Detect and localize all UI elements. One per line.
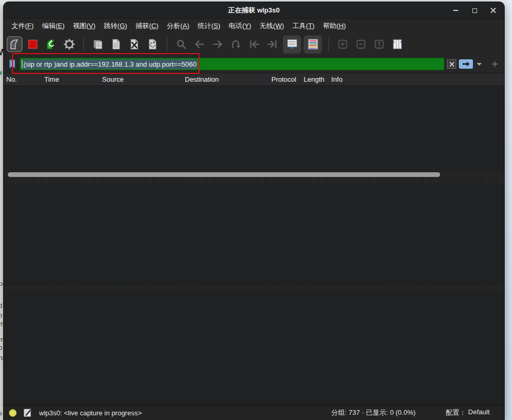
last-packet-icon: [266, 38, 279, 50]
minimize-button[interactable]: [450, 5, 461, 16]
pane-splitter[interactable]: [4, 287, 504, 291]
capture-status-text: wlp3s0: <live capture in progress>: [39, 409, 142, 417]
colorize-icon: [307, 38, 319, 50]
window-title: 正在捕获 wlp3s0: [228, 6, 280, 15]
maximize-button[interactable]: [469, 5, 480, 16]
title-bar[interactable]: 正在捕获 wlp3s0: [4, 2, 504, 19]
menu-go[interactable]: 跳转(G): [100, 20, 131, 32]
zoom-out-button[interactable]: [353, 36, 369, 52]
main-toolbar: [4, 33, 504, 55]
filter-dropdown-button[interactable]: [477, 63, 482, 66]
menu-analyze[interactable]: 分析(A): [163, 20, 193, 32]
menu-bar: 文件(F) 编辑(E) 视图(V) 跳转(G) 捕获(C) 分析(A) 统计(S…: [4, 19, 504, 33]
close-button[interactable]: [488, 5, 499, 16]
packet-list-header: No. Time Source Destination Protocol Len…: [4, 73, 504, 86]
go-to-packet-icon: [230, 38, 242, 50]
filter-text-selected: (sip or rtp )and ip.addr==192.168.1.3 an…: [22, 59, 197, 69]
zoom-out-icon: [355, 39, 367, 50]
menu-capture[interactable]: 捕获(C): [132, 20, 162, 32]
capture-options-button[interactable]: [61, 36, 77, 52]
menu-tools[interactable]: 工具(T): [289, 20, 318, 32]
menu-telephony[interactable]: 电话(Y): [225, 20, 255, 32]
stop-capture-button[interactable]: [25, 36, 41, 52]
bookmark-icon: [8, 59, 16, 69]
find-packet-icon: [175, 38, 188, 50]
column-time[interactable]: Time: [44, 75, 102, 83]
resize-columns-button[interactable]: [390, 36, 405, 52]
column-source[interactable]: Source: [102, 75, 185, 83]
packet-list-pane[interactable]: [4, 86, 504, 170]
menu-edit[interactable]: 编辑(E): [39, 20, 68, 32]
pane-splitter[interactable]: [4, 179, 504, 183]
open-file-icon: [92, 38, 104, 50]
close-file-button[interactable]: [127, 36, 142, 52]
column-info[interactable]: Info: [331, 75, 504, 83]
filter-bar: (sip or rtp )and ip.addr==192.168.1.3 an…: [4, 55, 504, 73]
zoom-100-icon: [373, 39, 385, 50]
close-icon: [490, 7, 496, 14]
profile-section[interactable]: 配置： Default: [446, 408, 490, 417]
zoom-100-button[interactable]: [371, 36, 387, 52]
column-length[interactable]: Length: [304, 75, 331, 83]
auto-scroll-icon: [286, 38, 298, 50]
menu-wireless[interactable]: 无线(W): [256, 20, 288, 32]
column-protocol[interactable]: Protocol: [271, 75, 304, 83]
save-file-button[interactable]: [108, 36, 124, 52]
profile-value: Default: [468, 408, 490, 417]
colorize-button[interactable]: [304, 35, 322, 54]
clear-x-icon: [449, 61, 455, 67]
first-packet-icon: [248, 38, 260, 50]
restart-capture-icon: [45, 38, 57, 50]
capture-options-icon: [63, 38, 76, 50]
go-back-button[interactable]: [192, 36, 207, 52]
filter-apply-button[interactable]: [459, 59, 473, 69]
capture-comment-icon: [23, 408, 32, 417]
desktop-background-right: [504, 0, 512, 420]
display-filter-input[interactable]: (sip or rtp )and ip.addr==192.168.1.3 an…: [20, 58, 444, 70]
find-packet-button[interactable]: [173, 36, 189, 52]
plus-icon: [491, 60, 498, 68]
minimize-icon: [453, 10, 458, 11]
toolbar-separator: [328, 37, 329, 51]
capture-comment-button[interactable]: [23, 408, 32, 417]
column-destination[interactable]: Destination: [185, 75, 271, 83]
menu-help[interactable]: 帮助(H): [319, 20, 349, 32]
close-file-icon: [128, 38, 141, 50]
first-packet-button[interactable]: [246, 36, 262, 52]
packet-details-pane[interactable]: [4, 183, 504, 287]
filter-clear-button[interactable]: [447, 59, 456, 69]
go-to-packet-button[interactable]: [228, 36, 244, 52]
maximize-icon: [472, 8, 477, 13]
last-packet-button[interactable]: [265, 36, 280, 52]
start-capture-icon: [8, 38, 21, 50]
profile-label: 配置：: [446, 408, 466, 417]
menu-file[interactable]: 文件(F): [8, 20, 38, 32]
wireshark-window: 正在捕获 wlp3s0 文件(F) 编辑(E) 视图(V) 跳转(G) 捕获(C…: [4, 2, 504, 420]
menu-view[interactable]: 视图(V): [69, 20, 99, 32]
horizontal-scrollbar-track[interactable]: [4, 170, 504, 179]
menu-statistics[interactable]: 统计(S): [194, 20, 224, 32]
toolbar-separator: [167, 37, 167, 51]
go-back-icon: [193, 38, 206, 50]
save-file-icon: [110, 38, 122, 50]
toolbar-separator: [83, 37, 84, 51]
status-bar: wlp3s0: <live capture in progress> 分组: 7…: [4, 405, 504, 420]
reload-file-button[interactable]: [145, 36, 160, 52]
expert-info-icon[interactable]: [9, 409, 17, 417]
packet-bytes-pane[interactable]: [4, 291, 504, 405]
restart-capture-button[interactable]: [43, 36, 59, 52]
start-capture-button[interactable]: [7, 36, 22, 52]
go-forward-icon: [211, 38, 224, 50]
go-forward-button[interactable]: [210, 36, 226, 52]
horizontal-scrollbar-thumb[interactable]: [8, 172, 440, 177]
stop-capture-icon: [27, 39, 39, 50]
apply-arrow-icon: [461, 61, 471, 67]
auto-scroll-button[interactable]: [283, 35, 301, 54]
filter-bookmark-button[interactable]: [7, 58, 17, 70]
zoom-in-icon: [337, 39, 348, 50]
desktop-background-left: W ≢ P d p m t m b ns s: [0, 0, 4, 420]
filter-add-button[interactable]: [490, 59, 500, 69]
zoom-in-button[interactable]: [335, 36, 351, 52]
open-file-button[interactable]: [90, 36, 106, 52]
column-no[interactable]: No.: [6, 75, 44, 83]
